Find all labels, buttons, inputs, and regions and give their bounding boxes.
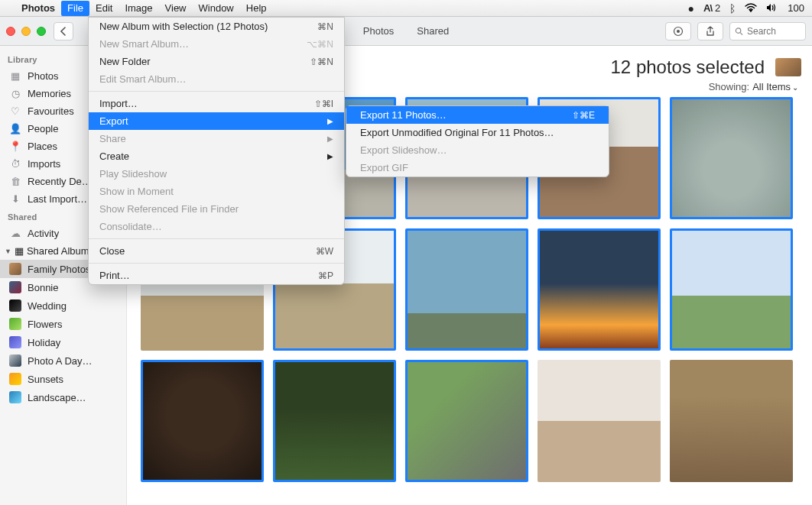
file-edit-smart-album: Edit Smart Album… <box>89 70 344 88</box>
photos-icon: ▦ <box>9 70 21 82</box>
export-slideshow: Export Slideshow… <box>346 141 609 159</box>
sidebar-album-sunsets[interactable]: Sunsets <box>0 370 126 388</box>
chevron-right-icon: ▶ <box>327 134 333 143</box>
file-export[interactable]: Export▶ <box>89 112 344 130</box>
battery-percentage: 100 <box>788 2 804 14</box>
sidebar-album-holiday[interactable]: Holiday <box>0 333 126 351</box>
photo-thumb[interactable] <box>405 360 528 482</box>
album-thumb-icon <box>9 391 21 403</box>
pin-icon: 📍 <box>9 141 21 152</box>
photo-thumb[interactable] <box>670 228 793 351</box>
menu-separator <box>89 91 344 92</box>
file-create[interactable]: Create▶ <box>89 147 344 165</box>
photo-thumb[interactable] <box>538 228 661 351</box>
cloud-icon: ☁ <box>9 228 21 239</box>
volume-icon[interactable] <box>766 2 778 15</box>
siri-icon[interactable]: ● <box>688 2 694 15</box>
file-print[interactable]: Print…⌘P <box>89 267 344 284</box>
menu-edit[interactable]: Edit <box>96 2 112 14</box>
app-name[interactable]: Photos <box>21 2 55 14</box>
file-menu: New Album with Selection (12 Photos)⌘N N… <box>88 17 345 285</box>
export-n-photos[interactable]: Export 11 Photos…⇧⌘E <box>346 106 609 124</box>
sidebar-album-wedding[interactable]: Wedding <box>0 296 126 315</box>
menu-file[interactable]: File <box>61 1 89 16</box>
menu-help[interactable]: Help <box>246 2 267 14</box>
memories-icon: ◷ <box>9 88 21 99</box>
menu-separator <box>89 238 344 239</box>
export-submenu: Export 11 Photos…⇧⌘E Export Unmodified O… <box>346 105 609 177</box>
sidebar-album-photo-a-day[interactable]: Photo A Day… <box>0 351 126 370</box>
album-thumb-icon <box>9 354 21 367</box>
export-unmodified-original[interactable]: Export Unmodified Original For 11 Photos… <box>346 124 609 141</box>
sidebar-album-flowers[interactable]: Flowers <box>0 315 126 333</box>
photo-thumb[interactable] <box>405 228 528 351</box>
file-import[interactable]: Import…⇧⌘I <box>89 95 344 112</box>
menu-window[interactable]: Window <box>199 2 234 14</box>
svg-point-2 <box>677 30 680 33</box>
file-new-smart-album: New Smart Album…⌥⌘N <box>89 35 344 53</box>
chevron-down-icon: ⌄ <box>792 83 798 92</box>
album-thumb-icon <box>9 299 21 312</box>
file-consolidate: Consolidate… <box>89 218 344 235</box>
file-play-slideshow: Play Slideshow <box>89 165 344 183</box>
search-icon <box>735 27 743 36</box>
tab-photos[interactable]: Photos <box>363 25 394 37</box>
menu-separator <box>89 263 344 264</box>
quick-actions-button[interactable] <box>665 22 691 40</box>
trash-icon: 🗑 <box>9 176 21 187</box>
import-icon: ⬇ <box>9 193 21 205</box>
chevron-right-icon: ▶ <box>327 117 333 125</box>
search-input[interactable] <box>747 26 801 37</box>
heart-icon: ♡ <box>9 105 21 117</box>
album-thumb-icon <box>9 336 21 348</box>
file-show-in-moment: Show in Moment <box>89 183 344 200</box>
svg-point-0 <box>750 9 752 11</box>
photo-thumb[interactable] <box>538 360 661 482</box>
album-cover-thumb[interactable] <box>775 58 801 76</box>
showing-filter[interactable]: Showing:All Items⌄ <box>709 81 798 92</box>
photo-thumb[interactable] <box>141 360 264 482</box>
album-thumb-icon <box>9 281 21 293</box>
photo-thumb[interactable] <box>670 97 793 219</box>
page-title: 12 photos selected <box>611 57 765 78</box>
svg-point-3 <box>736 28 740 32</box>
chevron-down-icon: ▼ <box>5 248 11 255</box>
tab-shared[interactable]: Shared <box>417 25 449 37</box>
chevron-right-icon: ▶ <box>327 152 333 160</box>
person-icon: 👤 <box>9 123 21 134</box>
photo-thumb[interactable] <box>670 360 793 482</box>
search-field[interactable] <box>729 22 806 40</box>
bluetooth-icon[interactable]: ᛒ <box>729 2 736 15</box>
back-button[interactable] <box>54 22 73 40</box>
album-icon: ▦ <box>15 245 24 257</box>
menu-image[interactable]: Image <box>125 2 152 14</box>
file-show-referenced: Show Referenced File in Finder <box>89 200 344 218</box>
clock-icon: ⏱ <box>9 158 21 170</box>
adobe-cc-icon[interactable]: A\2 <box>703 2 720 14</box>
window-controls <box>6 27 46 36</box>
album-thumb-icon <box>9 318 21 330</box>
minimize-window-button[interactable] <box>21 27 31 36</box>
photo-thumb[interactable] <box>273 360 396 482</box>
share-button[interactable] <box>697 22 723 40</box>
close-window-button[interactable] <box>6 27 15 36</box>
sidebar-album-landscape[interactable]: Landscape… <box>0 388 126 406</box>
file-close[interactable]: Close⌘W <box>89 242 344 260</box>
album-thumb-icon <box>9 373 21 385</box>
album-thumb-icon <box>9 263 21 275</box>
menu-view[interactable]: View <box>165 2 187 14</box>
export-gif: Export GIF <box>346 159 609 176</box>
menubar: Photos File Edit Image View Window Help … <box>0 0 812 17</box>
file-share: Share▶ <box>89 130 344 147</box>
wifi-icon[interactable] <box>745 2 757 15</box>
file-new-folder[interactable]: New Folder⇧⌘N <box>89 53 344 70</box>
file-new-album-with-selection[interactable]: New Album with Selection (12 Photos)⌘N <box>89 18 344 35</box>
fullscreen-window-button[interactable] <box>37 27 46 36</box>
